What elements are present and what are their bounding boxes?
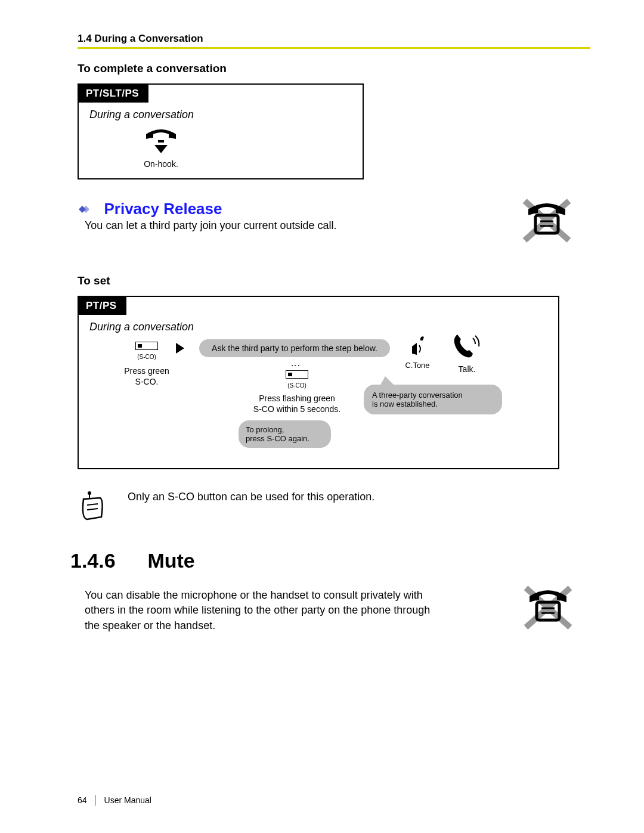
document-name: User Manual [104, 795, 151, 805]
sco-button-icon [135, 342, 158, 350]
section-title-privacy-release: Privacy Release [104, 200, 222, 218]
talk-label: Talk. [440, 364, 494, 374]
handset-onhook-icon [143, 127, 179, 154]
procedure-context: During a conversation [89, 321, 547, 333]
page-footer: 64 User Manual [78, 795, 151, 806]
step2-text: Press flashing green S-CO within 5 secon… [237, 394, 357, 414]
svg-marker-1 [154, 145, 168, 153]
note-text: Only an S-CO button can be used for this… [128, 490, 374, 503]
subheading-to-set: To set [78, 274, 590, 287]
step1-text: Press green S-CO. [111, 366, 182, 387]
mute-section: You can disable the microphone or the ha… [78, 588, 590, 633]
svg-rect-0 [158, 140, 164, 143]
diamond-bullet-icon [78, 203, 94, 218]
chapter-number: 1.4.6 [70, 549, 142, 572]
phone-crossed-icon [522, 584, 574, 633]
procedure-context: During a conversation [89, 109, 352, 121]
confirmation-tone-icon [407, 335, 428, 356]
section-privacy-release: Privacy Release You can let a third part… [78, 200, 590, 233]
procedure-box-complete: PT/SLT/PS During a conversation On-hook. [78, 83, 364, 179]
sco-small-label: (S-CO) [237, 382, 357, 389]
flow-step-2: (S-CO) Press flashing green S-CO within … [237, 370, 357, 414]
footer-divider [95, 795, 96, 806]
phone-crossed-icon [521, 197, 572, 246]
ctone-column: C.Tone [394, 335, 441, 370]
talk-column: Talk. [440, 332, 494, 374]
running-head: 1.4 During a Conversation [78, 33, 590, 45]
ctone-label: C.Tone [394, 361, 441, 370]
chapter-name: Mute [147, 549, 194, 572]
mute-description: You can disable the microphone or the ha… [85, 588, 442, 633]
bubble-ask-third-party: Ask the third party to perform the step … [199, 339, 390, 357]
sco-small-label: (S-CO) [111, 354, 182, 360]
bubble-prolong: To prolong, press S-CO again. [239, 420, 331, 448]
phone-type-tab: PT/SLT/PS [79, 85, 148, 103]
onhook-label: On-hook. [125, 159, 197, 169]
flow-step-1: (S-CO) Press green S-CO. [111, 342, 182, 387]
subheading-complete-conversation: To complete a conversation [78, 62, 590, 75]
phone-type-tab: PT/PS [79, 297, 126, 315]
arrow-right-icon [176, 343, 184, 354]
bubble-established: A three-party conversation is now establ… [364, 385, 502, 414]
notepad-icon [79, 490, 107, 522]
sco-button-icon [286, 370, 308, 379]
procedure-box-to-set: PT/PS During a conversation (S-CO) Press… [78, 296, 559, 469]
talk-handset-icon [451, 332, 482, 358]
svg-marker-3 [79, 206, 86, 213]
chapter-title-mute: 1.4.6 Mute [70, 549, 590, 572]
note-row: Only an S-CO button can be used for this… [79, 490, 590, 522]
privacy-release-description: You can let a third party join your curr… [85, 218, 419, 233]
page-number: 64 [78, 795, 87, 805]
header-rule [78, 47, 590, 49]
